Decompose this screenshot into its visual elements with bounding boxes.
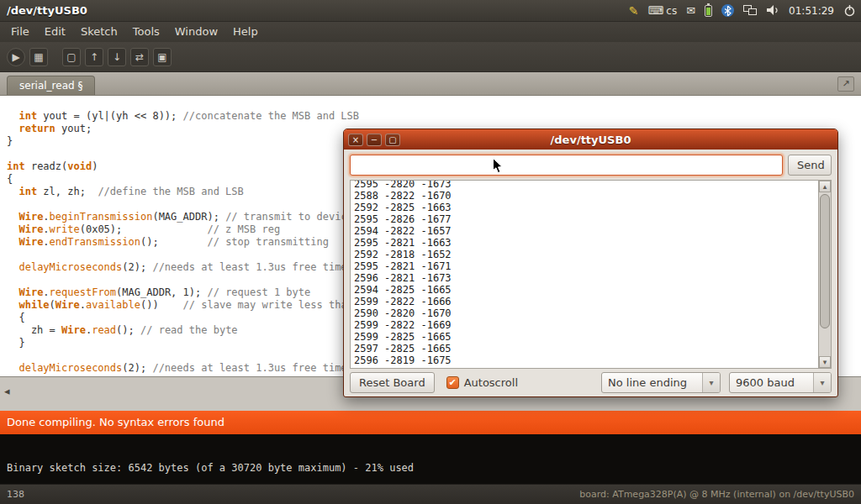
keyboard-icon: ⌨	[648, 4, 664, 17]
autoscroll-label: Autoscroll	[464, 376, 518, 389]
upload-button[interactable]: ⇄	[130, 48, 149, 66]
serial-row: 2597 -2825 -1665	[354, 343, 818, 354]
save-button[interactable]: ↓	[108, 48, 126, 66]
titlebar[interactable]: /dev/ttyUSB0 ✎ ⌨cs ✉ 01:51:29	[0, 0, 861, 22]
scrollbar-thumb[interactable]	[820, 194, 830, 328]
serial-output-area[interactable]: 2595 -2820 -16732588 -2822 -16702592 -28…	[350, 180, 832, 369]
serial-row: 2596 -2819 -1675	[354, 354, 818, 366]
line-ending-value: No line ending	[602, 376, 702, 389]
tab-menu-button[interactable]: ↗	[837, 76, 854, 92]
scroll-down-icon[interactable]: ▾	[819, 356, 831, 368]
window-buttons: × − ▢	[344, 134, 400, 146]
maximize-button[interactable]: ▢	[385, 134, 400, 146]
scroll-up-icon[interactable]: ▴	[819, 181, 831, 192]
serial-row: 2595 -2820 -1673	[354, 180, 818, 190]
window-title: /dev/ttyUSB0	[7, 4, 87, 17]
serial-monitor-titlebar[interactable]: × − ▢ /dev/ttyUSB0	[344, 129, 837, 150]
board-info: board: ATmega328P(A) @ 8 MHz (internal) …	[579, 489, 854, 500]
autoscroll-checkbox[interactable]: ✔	[446, 376, 459, 389]
send-button[interactable]: Send	[788, 155, 832, 176]
session-menu-icon[interactable]	[843, 4, 856, 17]
mouse-cursor	[493, 158, 503, 177]
serial-monitor-body: Send 2595 -2820 -16732588 -2822 -1670259…	[344, 150, 837, 398]
clock[interactable]: 01:51:29	[789, 5, 834, 17]
scroll-left-icon[interactable]: ◂	[4, 385, 10, 397]
notes-icon[interactable]: ✎	[629, 4, 639, 18]
serial-row: 2599 -2825 -1665	[354, 331, 818, 343]
serial-scrollbar[interactable]: ▴ ▾	[818, 181, 831, 368]
serial-monitor-button[interactable]: ▣	[153, 48, 172, 66]
menu-help[interactable]: Help	[225, 22, 266, 42]
chevron-down-icon: ▾	[702, 373, 720, 392]
serial-row: 2588 -2822 -1670	[354, 190, 818, 202]
bluetooth-icon[interactable]	[721, 4, 734, 17]
network-icon[interactable]	[743, 5, 758, 16]
baud-rate-value: 9600 baud	[730, 376, 813, 389]
baud-rate-select[interactable]: 9600 baud ▾	[729, 372, 832, 393]
status-bar: Done compiling. No syntax errors found	[0, 411, 861, 434]
serial-row: 2592 -2825 -1663	[354, 202, 818, 213]
tab-strip: serial_read § ↗	[0, 72, 861, 96]
console-text: Binary sketch size: 6542 bytes (of a 307…	[7, 462, 861, 474]
line-number: 138	[7, 489, 24, 500]
minimize-button[interactable]: −	[367, 134, 382, 146]
serial-controls: Reset Board ✔ Autoscroll No line ending …	[350, 372, 832, 393]
close-button[interactable]: ×	[348, 134, 363, 146]
serial-row: 2590 -2820 -1670	[354, 307, 818, 319]
serial-row: 2596 -2821 -1673	[354, 272, 818, 284]
volume-icon[interactable]	[767, 5, 779, 16]
serial-row: 2594 -2825 -1665	[354, 284, 818, 296]
menu-edit[interactable]: Edit	[37, 22, 73, 42]
verify-button[interactable]: ▶	[7, 48, 25, 66]
menu-sketch[interactable]: Sketch	[73, 22, 125, 42]
serial-row: 2594 -2822 -1657	[354, 225, 818, 237]
mail-icon[interactable]: ✉	[686, 4, 695, 17]
battery-icon[interactable]	[705, 5, 712, 17]
code-line: int yout = (yl|(yh << 8)); //concatenate…	[7, 110, 861, 123]
reset-board-button[interactable]: Reset Board	[350, 372, 435, 393]
toolbar: ▶▦▢↑↓⇄▣	[0, 42, 861, 72]
serial-row: 2595 -2821 -1671	[354, 260, 818, 272]
menu-window[interactable]: Window	[167, 22, 225, 42]
stop-button[interactable]: ▦	[29, 48, 48, 66]
console: Binary sketch size: 6542 bytes (of a 307…	[0, 434, 861, 484]
serial-input[interactable]	[350, 155, 783, 176]
chevron-down-icon: ▾	[813, 373, 831, 392]
toolbar-buttons: ▶▦▢↑↓⇄▣	[0, 48, 172, 66]
serial-row: 2599 -2822 -1669	[354, 319, 818, 331]
keyboard-indicator[interactable]: ⌨cs	[648, 4, 678, 17]
check-icon: ✔	[449, 378, 457, 387]
status-message: Done compiling. No syntax errors found	[7, 416, 224, 428]
serial-monitor-title: /dev/ttyUSB0	[344, 134, 837, 146]
serial-monitor-window: × − ▢ /dev/ttyUSB0 Send 2595 -2820 -1673…	[343, 129, 838, 397]
send-row: Send	[350, 155, 832, 176]
new-sketch-button[interactable]: ▢	[62, 48, 81, 66]
menu-file[interactable]: File	[3, 22, 37, 42]
battery-level	[706, 8, 710, 15]
serial-output: 2595 -2820 -16732588 -2822 -16702592 -28…	[351, 180, 818, 368]
serial-row: 2592 -2818 -1652	[354, 249, 818, 260]
arduino-ide-window: /dev/ttyUSB0 ✎ ⌨cs ✉ 01:51:29 FileEditSk…	[0, 0, 861, 504]
footer: 138 board: ATmega328P(A) @ 8 MHz (intern…	[0, 484, 861, 504]
serial-row: 2595 -2826 -1677	[354, 213, 818, 225]
serial-row: 2595 -2821 -1663	[354, 237, 818, 249]
line-ending-select[interactable]: No line ending ▾	[601, 372, 721, 393]
keyboard-layout-label: cs	[666, 5, 677, 17]
system-tray: ✎ ⌨cs ✉ 01:51:29	[629, 4, 856, 18]
open-button[interactable]: ↑	[85, 48, 103, 66]
tab-serial-read[interactable]: serial_read §	[7, 76, 95, 95]
menu-tools[interactable]: Tools	[125, 22, 167, 42]
serial-row: 2599 -2822 -1666	[354, 296, 818, 307]
menubar: FileEditSketchToolsWindowHelp	[0, 22, 861, 42]
